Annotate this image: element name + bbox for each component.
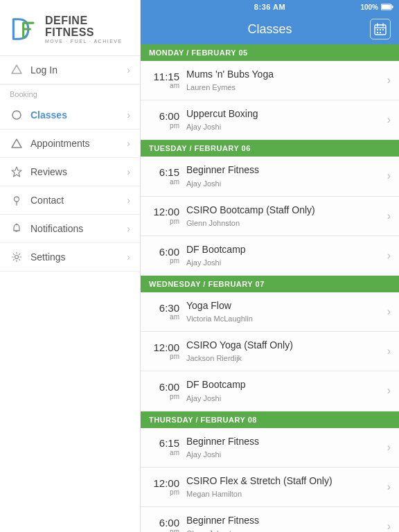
svg-marker-0 <box>12 65 21 73</box>
sidebar-chevron-reviews: › <box>127 166 130 177</box>
class-time-ampm: pm <box>170 123 179 130</box>
class-info: Beginner FitnessAjay Joshi <box>186 163 383 188</box>
class-time: 6:15am <box>149 167 179 186</box>
class-time-ampm: pm <box>170 489 179 496</box>
class-time: 12:00pm <box>149 206 179 225</box>
class-chevron: › <box>387 114 391 126</box>
class-instructor: Ajay Joshi <box>186 258 221 267</box>
sidebar-chevron-notifications: › <box>127 223 130 234</box>
class-instructor: Ajay Joshi <box>186 179 221 188</box>
bell-icon <box>10 222 24 236</box>
class-item[interactable]: 6:00pmDF BootcampAjay Joshi› <box>141 236 399 276</box>
class-time-value: 6:30 <box>159 303 179 314</box>
brand-tagline: MOVE · FUEL · ACHIEVE <box>45 39 130 44</box>
sidebar-item-label-settings: Settings <box>30 251 127 263</box>
sidebar-chevron-settings: › <box>127 251 130 263</box>
class-name: Beginner Fitness <box>186 515 259 526</box>
logo-text: DEFINE FITNESS MOVE · FUEL · ACHIEVE <box>45 15 130 44</box>
class-chevron: › <box>387 481 391 493</box>
class-chevron: › <box>387 345 391 357</box>
class-instructor: Megan Hamilton <box>186 490 242 498</box>
class-name: DF Bootcamp <box>186 379 246 390</box>
class-item[interactable]: 6:00pmDF BootcampAjay Joshi› <box>141 371 399 411</box>
sidebar-item-notifications[interactable]: Notifications› <box>0 215 140 243</box>
class-info: Beginner FitnessGlenn Johnston <box>186 514 383 532</box>
class-item[interactable]: 12:00pmCSIRO Bootcamp (Staff Only)Glenn … <box>141 197 399 236</box>
class-chevron: › <box>387 170 391 182</box>
class-item[interactable]: 12:00pmCSIRO Flex & Stretch (Staff Only)… <box>141 468 399 507</box>
circle-icon <box>10 108 24 122</box>
class-item[interactable]: 6:15amBeginner FitnessAjay Joshi› <box>141 428 399 468</box>
class-info: Beginner FitnessAjay Joshi <box>186 435 383 460</box>
class-time-value: 6:00 <box>159 382 179 393</box>
login-label: Log In <box>30 64 127 76</box>
class-item[interactable]: 6:30amYoga FlowVictoria McLaughlin› <box>141 292 399 332</box>
class-time: 6:15am <box>149 438 179 456</box>
booking-section-label: Booking <box>0 85 140 101</box>
class-time-ampm: pm <box>170 258 179 265</box>
class-name: Mums 'n' Bubs Yoga <box>186 69 274 80</box>
class-name: Uppercut Boxing <box>186 108 258 119</box>
triangle-icon <box>10 136 24 150</box>
class-info: Mums 'n' Bubs YogaLauren Eymes <box>186 68 383 93</box>
class-time-ampm: am <box>170 450 179 456</box>
class-time-value: 6:15 <box>159 167 179 179</box>
class-chevron: › <box>387 74 391 87</box>
class-instructor: Ajay Joshi <box>186 394 221 402</box>
status-time: 8:36 AM <box>254 3 285 11</box>
class-time: 6:00pm <box>149 247 179 265</box>
class-time: 6:00pm <box>149 111 179 130</box>
svg-point-6 <box>15 256 19 259</box>
class-time-ampm: pm <box>170 353 179 360</box>
class-info: CSIRO Flex & Stretch (Staff Only)Megan H… <box>186 475 383 499</box>
class-name: Beginner Fitness <box>186 436 259 447</box>
class-item[interactable]: 12:00pmCSIRO Yoga (Staff Only)Jackson Ri… <box>141 332 399 371</box>
battery-level: 100% <box>360 3 378 11</box>
day-header-1: TUESDAY / FEBRUARY 06 <box>141 140 399 157</box>
class-info: Yoga FlowVictoria McLaughlin <box>186 299 383 324</box>
class-name: CSIRO Flex & Stretch (Staff Only) <box>186 475 332 486</box>
class-name: CSIRO Yoga (Staff Only) <box>186 339 293 351</box>
class-item[interactable]: 6:15amBeginner FitnessAjay Joshi› <box>141 157 399 196</box>
sidebar-item-appointments[interactable]: Appointments› <box>0 130 140 158</box>
svg-rect-16 <box>382 29 384 30</box>
class-item[interactable]: 6:00pmUppercut BoxingAjay Joshi› <box>141 100 399 140</box>
svg-rect-15 <box>380 29 381 30</box>
calendar-button[interactable] <box>370 19 391 39</box>
class-instructor: Lauren Eymes <box>186 83 236 91</box>
class-instructor: Jackson Rierdijk <box>186 354 242 362</box>
class-chevron: › <box>387 441 391 454</box>
class-instructor: Ajay Joshi <box>186 123 221 131</box>
class-chevron: › <box>387 210 391 222</box>
sidebar-item-classes[interactable]: Classes› <box>0 101 140 130</box>
sidebar-item-reviews[interactable]: Reviews› <box>0 158 140 186</box>
sidebar-item-settings[interactable]: Settings› <box>0 243 140 272</box>
class-time-value: 12:00 <box>153 478 179 490</box>
class-time-value: 6:00 <box>159 517 179 529</box>
main-content: 8:36 AM 100% Classes <box>141 0 399 532</box>
sidebar-item-contact[interactable]: Contact› <box>0 186 140 215</box>
class-time-value: 11:15 <box>153 71 179 83</box>
sidebar-chevron-appointments: › <box>127 138 130 149</box>
status-right: 100% <box>360 3 393 11</box>
class-instructor: Victoria McLaughlin <box>186 314 253 323</box>
class-chevron: › <box>387 249 391 262</box>
class-chevron: › <box>387 384 391 397</box>
class-item[interactable]: 11:15amMums 'n' Bubs YogaLauren Eymes› <box>141 61 399 100</box>
login-item[interactable]: Log In › <box>0 55 140 85</box>
class-time-ampm: am <box>170 314 179 321</box>
sidebar-nav: Classes›Appointments›Reviews›Contact›Not… <box>0 101 140 272</box>
class-time: 11:15am <box>149 71 179 90</box>
class-time-ampm: pm <box>170 529 179 532</box>
class-name: Beginner Fitness <box>186 164 259 175</box>
class-time: 6:00pm <box>149 517 179 532</box>
calendar-icon <box>374 23 387 35</box>
sidebar-chevron-classes: › <box>127 109 130 121</box>
class-item[interactable]: 6:00pmBeginner FitnessGlenn Johnston› <box>141 507 399 532</box>
day-header-2: WEDNESDAY / FEBRUARY 07 <box>141 276 399 292</box>
star-icon <box>10 165 24 179</box>
class-instructor: Glenn Johnston <box>186 529 240 532</box>
classes-list: MONDAY / FEBRUARY 0511:15amMums 'n' Bubs… <box>141 44 399 532</box>
svg-point-1 <box>12 111 21 119</box>
class-time-ampm: am <box>170 179 179 186</box>
